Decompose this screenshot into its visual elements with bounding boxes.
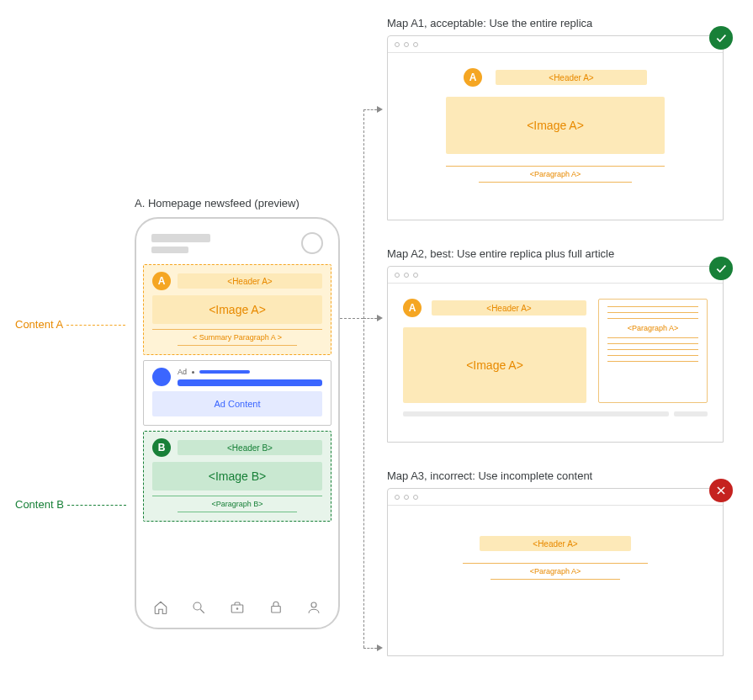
- map-a2-replica: A <Header A> <Image A>: [403, 299, 586, 403]
- connector-line: [340, 318, 363, 319]
- content-b-card: B <Header B> <Image B> <Paragraph B>: [143, 431, 331, 522]
- diagram-stage: A. Homepage newsfeed (preview) Content A…: [0, 0, 753, 700]
- map-a3-body: <Header A> <Paragraph A>: [388, 506, 723, 598]
- text-line: [152, 496, 322, 496]
- header-a-pill: <Header A>: [432, 300, 586, 316]
- text-line: [607, 361, 698, 362]
- search-icon: [191, 600, 206, 615]
- ad-title-bar: [178, 379, 322, 386]
- paragraph-b-label: <Paragraph B>: [211, 500, 262, 508]
- text-line: [446, 166, 665, 167]
- content-b-label-text: Content B: [15, 498, 64, 511]
- ad-card: Ad Ad Content: [143, 360, 331, 426]
- header-a-pill: <Header A>: [496, 70, 647, 85]
- map-a2-browser: A <Header A> <Image A> <Paragraph A>: [387, 266, 724, 443]
- ad-line: [199, 370, 250, 374]
- placeholder-bars: [151, 234, 210, 253]
- svg-point-3: [236, 608, 238, 610]
- scrubber-row: [403, 411, 708, 416]
- text-line: [178, 345, 296, 346]
- paragraph-a-label: <Paragraph A>: [628, 324, 679, 332]
- browser-titlebar: [388, 36, 723, 53]
- map-a1-browser: A <Header A> <Image A> <Paragraph A>: [387, 35, 724, 220]
- placeholder-bar: [151, 247, 188, 253]
- svg-point-5: [311, 602, 316, 607]
- lock-icon: [268, 600, 284, 615]
- paragraph-b-lines: <Paragraph B>: [152, 496, 322, 512]
- phone-top-bar: [143, 227, 331, 264]
- text-line: [607, 337, 698, 338]
- image-a-slab: <Image A>: [152, 295, 322, 324]
- window-dot-icon: [413, 273, 418, 278]
- map-a3-browser: <Header A> <Paragraph A>: [387, 488, 724, 656]
- ad-label: Ad: [178, 368, 187, 376]
- briefcase-icon: [230, 600, 245, 615]
- map-a1-label: Map A1, acceptable: Use the entire repli…: [387, 17, 592, 29]
- window-dot-icon: [413, 42, 418, 47]
- text-line: [607, 312, 698, 313]
- scrub-bar: [674, 411, 708, 416]
- scrub-bar: [403, 411, 669, 416]
- user-icon: [306, 600, 321, 615]
- text-line: [607, 318, 698, 319]
- map-a2-body: A <Header A> <Image A> <Paragraph A>: [388, 284, 723, 435]
- svg-point-0: [194, 602, 201, 610]
- text-line: [152, 329, 322, 330]
- badge-a: A: [152, 272, 171, 290]
- connector-line: [363, 318, 377, 319]
- window-dot-icon: [413, 495, 418, 500]
- header-b-pill: <Header B>: [178, 440, 322, 455]
- image-b-slab: <Image B>: [152, 462, 322, 491]
- badge-b: B: [152, 438, 171, 457]
- text-line: [479, 182, 632, 183]
- map-a3-label: Map A3, incorrect: Use incomplete conten…: [387, 469, 592, 482]
- content-a-label: Content A: [15, 318, 125, 331]
- text-line: [607, 349, 698, 350]
- browser-titlebar: [388, 267, 723, 284]
- text-line: [463, 563, 648, 564]
- map-a2-article-panel: <Paragraph A>: [598, 299, 708, 403]
- connector-line: [363, 109, 364, 648]
- text-line: [607, 306, 698, 307]
- content-b-connector: [67, 505, 126, 506]
- browser-titlebar: [388, 489, 723, 506]
- home-icon: [153, 600, 168, 615]
- text-line: [491, 579, 620, 580]
- window-dot-icon: [404, 273, 409, 278]
- svg-rect-2: [231, 605, 243, 612]
- paragraph-a-lines: <Paragraph A>: [446, 166, 665, 183]
- window-dot-icon: [395, 273, 400, 278]
- map-a1-body: A <Header A> <Image A> <Paragraph A>: [388, 53, 723, 201]
- phone-mock: A <Header A> <Image A> < Summary Paragra…: [135, 217, 340, 629]
- window-dot-icon: [395, 42, 400, 47]
- content-a-card: A <Header A> <Image A> < Summary Paragra…: [143, 264, 331, 355]
- paragraph-a-lines: < Summary Paragraph A >: [152, 329, 322, 346]
- image-a-slab: <Image A>: [403, 327, 586, 403]
- status-error-icon: [709, 479, 733, 502]
- map-a2-label: Map A2, best: Use entire replica plus fu…: [387, 247, 614, 260]
- arrow-right-icon: [377, 106, 383, 113]
- arrow-right-icon: [377, 315, 383, 321]
- text-line: [607, 343, 698, 344]
- window-dot-icon: [395, 495, 400, 500]
- content-a-label-text: Content A: [15, 318, 63, 331]
- header-a-pill: <Header A>: [178, 273, 322, 289]
- status-ok-icon: [709, 257, 733, 280]
- avatar-placeholder: [301, 232, 323, 254]
- content-a-connector: [66, 325, 125, 326]
- ad-header-wrap: Ad: [178, 368, 322, 386]
- badge-a: A: [403, 299, 422, 317]
- connector-line: [363, 648, 377, 649]
- badge-a: A: [464, 68, 482, 87]
- content-b-label: Content B: [15, 498, 126, 511]
- header-a-pill: <Header A>: [480, 536, 631, 551]
- connector-line: [363, 109, 377, 110]
- arrow-right-icon: [377, 644, 383, 651]
- paragraph-a-label: <Paragraph A>: [530, 567, 581, 575]
- svg-line-1: [201, 609, 205, 613]
- placeholder-bar: [151, 234, 210, 242]
- ad-avatar: [152, 368, 171, 386]
- summary-paragraph-a-label: < Summary Paragraph A >: [193, 333, 282, 342]
- ad-content-slab: Ad Content: [152, 391, 322, 416]
- phone-nav: [136, 596, 338, 619]
